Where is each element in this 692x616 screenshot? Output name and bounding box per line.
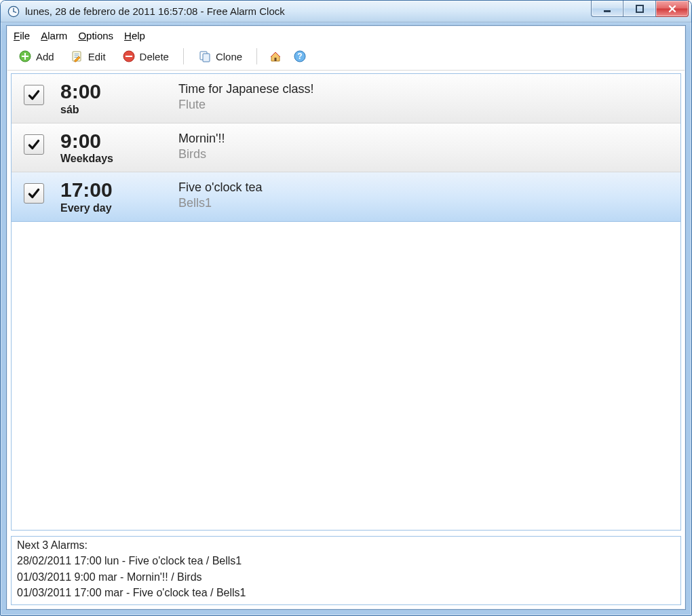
delete-icon [122,50,136,63]
window-controls [591,1,689,17]
alarm-list: 8:00sábTime for Japanese class!Flute9:00… [11,73,681,531]
svg-text:?: ? [297,52,302,61]
alarm-days: Every day [60,202,176,214]
title-bar[interactable]: lunes, 28 de febrero de 2011 16:57:08 - … [1,1,691,22]
menu-alarm[interactable]: Alarm [41,30,67,41]
alarm-time: 9:00 [60,130,176,152]
next-alarm-line: 28/02/2011 17:00 lun - Five o'clock tea … [17,553,675,569]
menu-bar: File Alarm Options Help [7,26,685,44]
home-button[interactable] [265,47,286,66]
home-icon [269,50,282,63]
alarm-description: Mornin'!! [178,132,225,146]
alarm-days: Weekdays [60,153,176,165]
add-label: Add [36,51,54,62]
next-alarms-panel: Next 3 Alarms: 28/02/2011 17:00 lun - Fi… [11,536,681,605]
alarm-time: 17:00 [60,179,176,201]
alarm-sound: Bells1 [178,196,263,210]
window-title: lunes, 28 de febrero de 2011 16:57:08 - … [25,5,285,17]
delete-button[interactable]: Delete [116,47,175,66]
alarm-row[interactable]: 8:00sábTime for Japanese class!Flute [12,74,680,123]
alarm-checkbox[interactable] [24,183,44,204]
alarm-description: Five o'clock tea [178,180,263,195]
alarm-sound: Flute [178,98,313,112]
svg-rect-18 [275,58,277,61]
add-button[interactable]: Add [12,47,60,66]
menu-help[interactable]: Help [124,30,145,41]
maximize-button[interactable] [623,1,656,17]
svg-rect-9 [22,56,28,57]
clone-button[interactable]: Clone [192,47,248,66]
edit-label: Edit [88,51,106,62]
edit-button[interactable]: Edit [64,47,112,66]
alarm-description: Time for Japanese class! [178,82,313,96]
toolbar: Add Edit [7,44,685,71]
svg-rect-15 [126,56,132,57]
minimize-button[interactable] [591,1,623,17]
svg-rect-3 [604,10,611,12]
alarm-sound: Birds [178,147,225,161]
menu-file[interactable]: File [14,30,30,41]
clock-icon [7,5,20,18]
menu-options[interactable]: Options [78,30,113,41]
alarm-time: 8:00 [60,81,176,102]
close-button[interactable] [656,1,689,17]
window-frame: lunes, 28 de febrero de 2011 16:57:08 - … [0,0,692,616]
help-button[interactable]: ? [290,47,310,66]
delete-label: Delete [140,51,169,62]
alarm-row[interactable]: 17:00Every dayFive o'clock teaBells1 [12,172,680,222]
client-area: File Alarm Options Help Add [6,25,686,610]
alarm-days: sáb [60,104,176,116]
next-alarm-line: 01/03/2011 9:00 mar - Mornin'!! / Birds [17,569,675,585]
list-empty-area [12,222,680,531]
help-icon: ? [293,50,307,63]
alarm-row[interactable]: 9:00WeekdaysMornin'!!Birds [12,123,680,173]
svg-rect-17 [203,54,210,62]
toolbar-separator [256,48,257,64]
svg-rect-4 [636,5,643,12]
toolbar-separator [183,48,184,64]
alarm-checkbox[interactable] [24,134,44,155]
add-icon [18,50,32,63]
alarm-checkbox[interactable] [24,85,44,105]
next-alarms-header: Next 3 Alarms: [17,539,675,552]
clone-icon [198,50,212,63]
clone-label: Clone [216,51,242,62]
edit-icon [71,50,84,63]
next-alarm-line: 01/03/2011 17:00 mar - Five o'clock tea … [17,585,675,600]
